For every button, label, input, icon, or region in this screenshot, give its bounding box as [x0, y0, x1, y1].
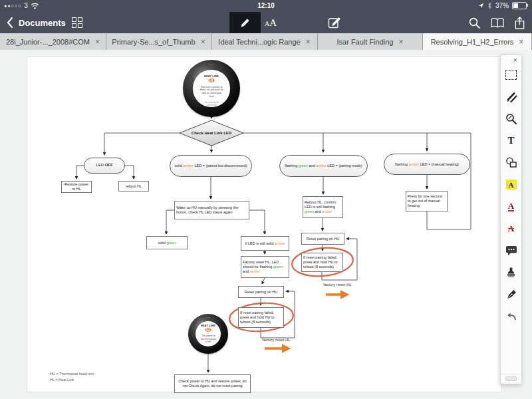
note-bubble-icon: [505, 245, 517, 256]
tab-label: Ideal Techni...ogic Range: [218, 38, 300, 46]
legend-hu: HU = Thermostat head unit: [50, 371, 94, 377]
node-pairing-mode: flashing green and amber LED = (pairing …: [279, 155, 368, 177]
highlight-tool[interactable]: A: [501, 174, 521, 196]
battery-icon: [512, 2, 527, 9]
error-message: Nest can't connect to Heat Link and won'…: [199, 85, 223, 97]
text-tool[interactable]: T: [501, 130, 521, 152]
text-settings-button[interactable]: AA: [265, 13, 277, 36]
nest-thermostat-h2-image: nest HEAT LINK H2 The power to this ther…: [188, 314, 228, 354]
node-reset-pairing-3: Reset pairing on HU: [301, 233, 344, 245]
strikeout-icon: A: [508, 223, 514, 234]
back-to-documents-button[interactable]: Documents: [7, 15, 66, 31]
node-manual-heating: flashing amber LED = (manual heating): [384, 154, 470, 175]
palette-close-icon[interactable]: ×: [513, 57, 517, 64]
tab-close-icon[interactable]: ×: [95, 37, 100, 47]
share-icon[interactable]: [514, 16, 525, 30]
node-reset-failed-2: If reset pairing failed, press and hold …: [238, 307, 284, 328]
small-a-glyph: A: [265, 20, 269, 27]
node-solid-green: solid green: [146, 236, 188, 249]
magnify-annotate-tool[interactable]: [501, 108, 521, 130]
tab-ideal-logic-range[interactable]: Ideal Techni...ogic Range×: [211, 33, 318, 50]
legend-hl: HL = Heat Link: [50, 377, 94, 383]
pen-tool[interactable]: [501, 86, 521, 108]
legend: HU = Thermostat head unit HL = Heat Link: [50, 371, 94, 383]
pencil-icon: [239, 17, 251, 29]
node-check-power: Check power to HU and restore power, do …: [174, 374, 251, 393]
nest-brand-label: nest: [194, 317, 222, 319]
top-bars: ●●○○○ 3 12:10 37%: [0, 0, 532, 33]
node-reset-failed-3: If reset pairing failed, press and hold …: [301, 253, 343, 272]
large-a-glyph: A: [269, 17, 277, 29]
compose-icon: [328, 15, 342, 29]
tab-close-icon[interactable]: ×: [306, 37, 311, 47]
tab-primary-thumb[interactable]: Primary-Se...s_of_Thumb×: [106, 33, 211, 50]
shapes-icon: [505, 157, 517, 168]
stamp-icon: [505, 267, 517, 278]
tab-isar-fault-finding[interactable]: Isar Fault Finding×: [318, 33, 423, 50]
stamp-tool[interactable]: [501, 261, 521, 283]
heat-link-title: HEAT LINK: [201, 324, 215, 327]
back-chevron-icon: [7, 17, 13, 28]
location-arrow-icon: [478, 3, 484, 9]
tab-28i-junior[interactable]: 28i_Junior-..._2008#COM×: [0, 33, 106, 50]
tab-label: Isar Fault Finding: [337, 38, 394, 46]
magnifier-pen-icon: [505, 113, 517, 125]
node-reset-pairing-2: Reset pairing on HU: [238, 286, 284, 298]
status-bar: ●●○○○ 3 12:10 37%: [0, 0, 532, 12]
search-icon[interactable]: [468, 17, 481, 29]
tab-close-icon[interactable]: ×: [398, 37, 403, 47]
tab-close-icon[interactable]: ×: [519, 37, 523, 47]
fountain-pen-icon: [505, 289, 517, 301]
nest-brand-label: nest: [192, 63, 231, 66]
palette-drag-handle[interactable]: [501, 374, 521, 384]
node-restore-power: Restore power to HL: [61, 181, 92, 193]
grip-icon: [505, 376, 517, 381]
tab-label: Primary-Se...s_of_Thumb: [112, 38, 195, 46]
pdf-page[interactable]: [27, 57, 502, 392]
annotation-palette: × T: [500, 55, 522, 384]
label-factory-reset-3: factory reset HL: [319, 283, 356, 287]
error-message: The power to this thermostat is off.: [200, 334, 217, 343]
compose-button[interactable]: [328, 15, 342, 32]
highlight-icon: A: [506, 180, 517, 190]
tab-label: Resolving_H1_H2_Errors: [431, 38, 514, 46]
back-label: Documents: [19, 18, 66, 28]
annotate-pencil-button-active[interactable]: [229, 12, 261, 33]
heat-link-title: HEAT LINK: [204, 74, 219, 77]
node-solid-amber: solid amber LED = (paired but disconnect…: [170, 155, 252, 177]
node-press-one-second: Press for one second to get out of manua…: [406, 191, 448, 211]
document-tab-bar: 28i_Junior-..._2008#COM× Primary-Se...s_…: [0, 33, 532, 50]
h2-error-badge: H2: [205, 329, 211, 332]
tab-label: 28i_Junior-..._2008#COM: [6, 38, 90, 46]
node-reboot-hl: reboot HL: [118, 181, 149, 192]
tab-close-icon[interactable]: ×: [201, 37, 205, 47]
document-viewport: nest HEAT LINK H1 Nest can't connect to …: [0, 50, 532, 399]
underline-tool[interactable]: A: [501, 196, 521, 217]
page-grid-button[interactable]: [72, 17, 82, 28]
thermostat-face: HEAT LINK H1 Nest can't connect to Heat …: [193, 70, 229, 106]
strikeout-tool[interactable]: A: [501, 217, 521, 239]
nest-thermostat-h1-image: nest HEAT LINK H1 Nest can't connect to …: [183, 60, 240, 117]
battery-percent: 37%: [495, 2, 509, 9]
label-factory-reset-2: factory reset HL: [258, 338, 295, 342]
pens-icon: [505, 91, 517, 103]
node-led-off: LED OFF: [84, 158, 125, 174]
marquee-icon: [505, 70, 517, 80]
error-hint: Try resetting the connection: [201, 101, 223, 106]
node-factory-reset-flashing: Factory reset HL, LED should be flashing…: [241, 256, 289, 278]
text-tool-icon: T: [507, 135, 514, 146]
bookmarks-icon[interactable]: [490, 17, 505, 29]
shapes-tool[interactable]: [501, 152, 521, 174]
ink-pen-tool[interactable]: [501, 283, 521, 305]
thermostat-face: HEAT LINK H2 The power to this thermosta…: [196, 321, 221, 346]
underline-icon: A: [508, 201, 514, 212]
note-tool[interactable]: [501, 239, 521, 261]
tab-resolving-h1-h2-errors-active[interactable]: Resolving_H1_H2_Errors×: [423, 33, 532, 50]
undo-tool[interactable]: [501, 305, 521, 327]
nav-toolbar: Documents AA: [0, 12, 532, 33]
h1-error-badge: H1: [208, 78, 214, 82]
node-reboot-confirm: Reboot HL, confirm LED is still flashing…: [303, 196, 343, 218]
decision-check-heat-link-led: Check Heat Link LED: [181, 127, 242, 139]
ipad-screen: ●●○○○ 3 12:10 37%: [0, 0, 532, 399]
marquee-select-tool[interactable]: [501, 64, 521, 86]
